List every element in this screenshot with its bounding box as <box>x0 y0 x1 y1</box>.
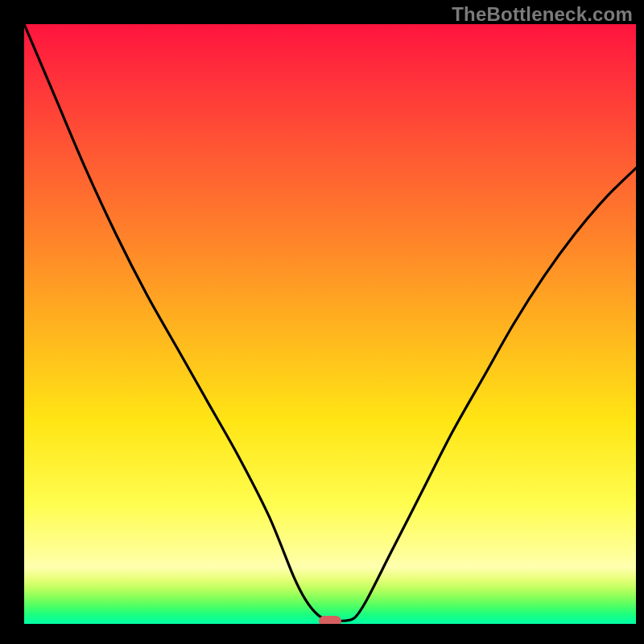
bottleneck-curve <box>24 24 636 624</box>
chart-frame: TheBottleneck.com <box>0 0 644 644</box>
watermark-text: TheBottleneck.com <box>452 3 633 26</box>
optimum-marker <box>319 616 341 624</box>
plot-area <box>24 24 636 624</box>
